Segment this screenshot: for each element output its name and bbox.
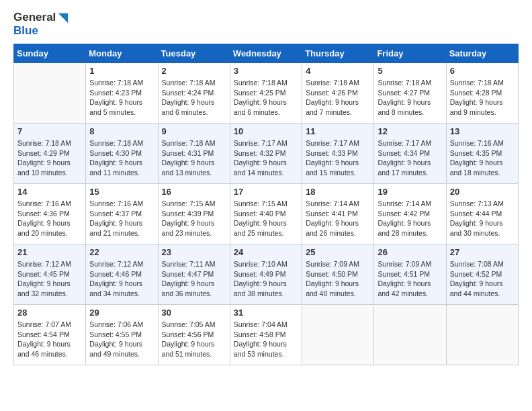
- calendar-cell: 13 Sunrise: 7:16 AM Sunset: 4:35 PM Dayl…: [446, 124, 518, 184]
- svg-marker-0: [58, 13, 68, 22]
- daylight-label: Daylight: 9 hours and 42 minutes.: [378, 279, 431, 298]
- daylight-label: Daylight: 9 hours and 32 minutes.: [17, 279, 71, 298]
- day-info: Sunrise: 7:17 AM Sunset: 4:34 PM Dayligh…: [378, 138, 442, 178]
- daylight-label: Daylight: 9 hours and 34 minutes.: [89, 279, 142, 298]
- calendar-cell: 5 Sunrise: 7:18 AM Sunset: 4:27 PM Dayli…: [374, 63, 446, 124]
- daylight-label: Daylight: 9 hours and 21 minutes.: [89, 219, 142, 237]
- day-number: 27: [450, 247, 515, 257]
- sunrise-label: Sunrise: 7:16 AM: [89, 199, 143, 208]
- day-info: Sunrise: 7:06 AM Sunset: 4:55 PM Dayligh…: [89, 320, 154, 359]
- calendar-cell: 15 Sunrise: 7:16 AM Sunset: 4:37 PM Dayl…: [86, 184, 158, 244]
- sunrise-label: Sunrise: 7:18 AM: [89, 139, 143, 147]
- calendar-cell: 10 Sunrise: 7:17 AM Sunset: 4:32 PM Dayl…: [230, 124, 302, 184]
- sunset-label: Sunset: 4:51 PM: [378, 270, 430, 278]
- day-info: Sunrise: 7:18 AM Sunset: 4:29 PM Dayligh…: [17, 138, 82, 178]
- sunrise-label: Sunrise: 7:04 AM: [234, 320, 287, 328]
- sunset-label: Sunset: 4:30 PM: [89, 149, 142, 157]
- day-info: Sunrise: 7:07 AM Sunset: 4:54 PM Dayligh…: [17, 320, 82, 359]
- sunset-label: Sunset: 4:40 PM: [234, 210, 286, 218]
- logo: General Blue: [13, 11, 69, 37]
- day-number: 13: [450, 126, 515, 136]
- sunrise-label: Sunrise: 7:18 AM: [450, 79, 504, 87]
- calendar-table: SundayMondayTuesdayWednesdayThursdayFrid…: [13, 44, 519, 365]
- day-number: 20: [450, 187, 515, 197]
- weekday-header-saturday: Saturday: [446, 44, 518, 63]
- weekday-header-monday: Monday: [86, 44, 158, 63]
- day-number: 10: [234, 126, 298, 136]
- daylight-label: Daylight: 9 hours and 6 minutes.: [234, 98, 287, 116]
- day-number: 6: [450, 66, 515, 76]
- day-info: Sunrise: 7:17 AM Sunset: 4:33 PM Dayligh…: [306, 138, 370, 178]
- calendar-cell: 21 Sunrise: 7:12 AM Sunset: 4:45 PM Dayl…: [14, 244, 86, 305]
- daylight-label: Daylight: 9 hours and 9 minutes.: [450, 98, 503, 116]
- daylight-label: Daylight: 9 hours and 23 minutes.: [162, 219, 215, 237]
- day-info: Sunrise: 7:14 AM Sunset: 4:41 PM Dayligh…: [306, 199, 370, 238]
- day-info: Sunrise: 7:16 AM Sunset: 4:36 PM Dayligh…: [17, 199, 82, 238]
- day-info: Sunrise: 7:13 AM Sunset: 4:44 PM Dayligh…: [450, 199, 515, 238]
- sunset-label: Sunset: 4:47 PM: [162, 270, 214, 278]
- daylight-label: Daylight: 9 hours and 38 minutes.: [234, 279, 287, 298]
- day-info: Sunrise: 7:12 AM Sunset: 4:46 PM Dayligh…: [89, 259, 154, 299]
- daylight-label: Daylight: 9 hours and 7 minutes.: [306, 98, 359, 116]
- daylight-label: Daylight: 9 hours and 44 minutes.: [450, 279, 503, 298]
- day-number: 18: [306, 187, 370, 197]
- sunrise-label: Sunrise: 7:18 AM: [17, 139, 71, 147]
- day-number: 28: [17, 308, 82, 318]
- calendar-cell: 18 Sunrise: 7:14 AM Sunset: 4:41 PM Dayl…: [302, 184, 374, 244]
- day-info: Sunrise: 7:11 AM Sunset: 4:47 PM Dayligh…: [162, 259, 226, 299]
- day-info: Sunrise: 7:08 AM Sunset: 4:52 PM Dayligh…: [450, 259, 515, 299]
- sunset-label: Sunset: 4:29 PM: [17, 149, 70, 157]
- daylight-label: Daylight: 9 hours and 15 minutes.: [306, 158, 359, 177]
- daylight-label: Daylight: 9 hours and 8 minutes.: [378, 98, 431, 116]
- calendar-cell: 22 Sunrise: 7:12 AM Sunset: 4:46 PM Dayl…: [86, 244, 158, 305]
- day-number: 8: [89, 126, 154, 136]
- calendar-cell: 2 Sunrise: 7:18 AM Sunset: 4:24 PM Dayli…: [158, 63, 230, 124]
- weekday-header-thursday: Thursday: [302, 44, 374, 63]
- calendar-cell: [374, 305, 446, 365]
- sunset-label: Sunset: 4:31 PM: [162, 149, 214, 157]
- sunrise-label: Sunrise: 7:12 AM: [17, 260, 71, 268]
- sunrise-label: Sunrise: 7:17 AM: [234, 139, 287, 147]
- daylight-label: Daylight: 9 hours and 28 minutes.: [378, 219, 431, 237]
- sunset-label: Sunset: 4:23 PM: [89, 89, 142, 97]
- sunrise-label: Sunrise: 7:18 AM: [234, 79, 287, 87]
- day-info: Sunrise: 7:18 AM Sunset: 4:27 PM Dayligh…: [378, 78, 442, 118]
- sunset-label: Sunset: 4:49 PM: [234, 270, 286, 278]
- sunrise-label: Sunrise: 7:09 AM: [378, 260, 431, 268]
- day-number: 3: [234, 66, 298, 76]
- sunrise-label: Sunrise: 7:15 AM: [234, 199, 287, 208]
- day-number: 14: [17, 187, 82, 197]
- day-info: Sunrise: 7:18 AM Sunset: 4:23 PM Dayligh…: [89, 78, 154, 118]
- sunset-label: Sunset: 4:56 PM: [162, 330, 214, 338]
- sunset-label: Sunset: 4:24 PM: [162, 89, 214, 97]
- day-number: 7: [17, 126, 82, 136]
- calendar-cell: 11 Sunrise: 7:17 AM Sunset: 4:33 PM Dayl…: [302, 124, 374, 184]
- daylight-label: Daylight: 9 hours and 14 minutes.: [234, 158, 287, 177]
- sunset-label: Sunset: 4:37 PM: [89, 210, 142, 218]
- calendar-week-row: 1 Sunrise: 7:18 AM Sunset: 4:23 PM Dayli…: [14, 63, 519, 124]
- sunset-label: Sunset: 4:42 PM: [378, 210, 430, 218]
- day-number: 25: [306, 247, 370, 257]
- sunrise-label: Sunrise: 7:11 AM: [162, 260, 216, 268]
- day-number: 11: [306, 126, 370, 136]
- sunrise-label: Sunrise: 7:08 AM: [450, 260, 504, 268]
- weekday-header-row: SundayMondayTuesdayWednesdayThursdayFrid…: [14, 44, 519, 63]
- day-info: Sunrise: 7:12 AM Sunset: 4:45 PM Dayligh…: [17, 259, 82, 299]
- sunset-label: Sunset: 4:25 PM: [234, 89, 286, 97]
- calendar-cell: 3 Sunrise: 7:18 AM Sunset: 4:25 PM Dayli…: [230, 63, 302, 124]
- day-info: Sunrise: 7:09 AM Sunset: 4:51 PM Dayligh…: [378, 259, 442, 299]
- calendar-cell: 7 Sunrise: 7:18 AM Sunset: 4:29 PM Dayli…: [14, 124, 86, 184]
- calendar-cell: 1 Sunrise: 7:18 AM Sunset: 4:23 PM Dayli…: [86, 63, 158, 124]
- daylight-label: Daylight: 9 hours and 53 minutes.: [234, 340, 287, 358]
- sunset-label: Sunset: 4:44 PM: [450, 210, 502, 218]
- weekday-header-wednesday: Wednesday: [230, 44, 302, 63]
- day-number: 9: [162, 126, 226, 136]
- daylight-label: Daylight: 9 hours and 18 minutes.: [450, 158, 503, 177]
- day-number: 5: [378, 66, 442, 76]
- day-number: 21: [17, 247, 82, 257]
- day-info: Sunrise: 7:17 AM Sunset: 4:32 PM Dayligh…: [234, 138, 298, 178]
- day-info: Sunrise: 7:14 AM Sunset: 4:42 PM Dayligh…: [378, 199, 442, 238]
- sunset-label: Sunset: 4:33 PM: [306, 149, 358, 157]
- calendar-cell: 12 Sunrise: 7:17 AM Sunset: 4:34 PM Dayl…: [374, 124, 446, 184]
- sunrise-label: Sunrise: 7:05 AM: [162, 320, 216, 328]
